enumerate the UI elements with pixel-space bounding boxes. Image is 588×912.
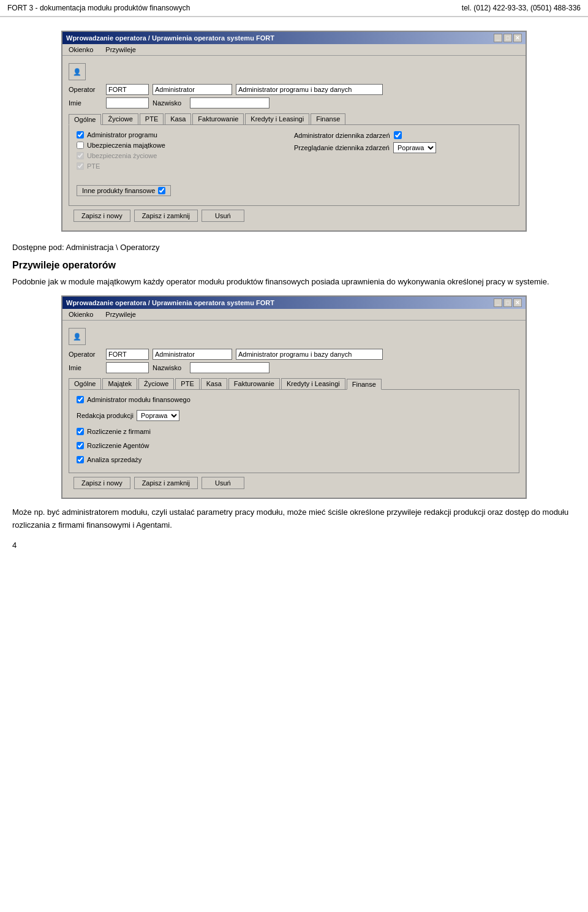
- d2-check-redakcja: Redakcja produkcji Poprawa Odczyt Brak: [77, 410, 511, 421]
- operator-input[interactable]: [106, 84, 149, 95]
- inne-produkty-check[interactable]: [158, 187, 165, 194]
- dialog2-title: Wprowadzanie operatora / Uprawnienia ope…: [66, 299, 274, 306]
- menu-przywileje[interactable]: Przywileje: [103, 45, 138, 54]
- d2-admin-prog-baz-input[interactable]: [236, 349, 383, 360]
- menu-okienko[interactable]: Okienko: [66, 45, 96, 54]
- check-inne: Inne produkty finansowe: [77, 185, 511, 196]
- check-admin-prog-input[interactable]: [77, 131, 84, 139]
- d2-check-rozl-firm: Rozliczenie z firmami: [77, 428, 511, 435]
- btn-zapisz-nowy[interactable]: Zapisz i nowy: [74, 210, 130, 222]
- d2-tab-ogolne[interactable]: Ogólne: [69, 378, 101, 389]
- imie-input[interactable]: [106, 97, 149, 108]
- body-text1: Dostępne pod: Administracja \ Operatorzy: [12, 241, 576, 254]
- d2-operator-row: Operator: [69, 349, 519, 360]
- tab-content-ogolne: Administrator programu Ubezpieczenia maj…: [69, 125, 519, 206]
- d2-tab-pte[interactable]: PTE: [175, 378, 199, 389]
- right-checks: Administrator dziennika zdarzeń Przegląd…: [294, 131, 511, 173]
- check-ubezp-zyc-input[interactable]: [77, 152, 84, 159]
- imie-row: Imie Nazwisko: [69, 97, 519, 108]
- d2-check-rozl-agent-input[interactable]: [77, 442, 84, 449]
- d2-close-button[interactable]: ✕: [513, 298, 522, 307]
- minimize-button[interactable]: _: [494, 34, 502, 42]
- d2-btn-zapisz-nowy[interactable]: Zapisz i nowy: [74, 477, 130, 489]
- page-title: FORT 3 - dokumentacja modułu produktów f…: [7, 4, 190, 12]
- d2-check-rozl-firm-input[interactable]: [77, 428, 84, 435]
- operator-name-input[interactable]: [153, 84, 232, 95]
- d2-check-admin-fin-input[interactable]: [77, 396, 84, 403]
- d2-tab-kredyty[interactable]: Kredyty i Leasingi: [281, 378, 345, 389]
- d2-menu-okienko[interactable]: Okienko: [66, 310, 96, 319]
- d2-check-analiza-label: Analiza sprzedaży: [87, 456, 141, 463]
- d2-tab-majtek[interactable]: Majątek: [102, 378, 137, 389]
- d2-redakcja-select[interactable]: Poprawa Odczyt Brak: [137, 410, 179, 421]
- d2-check-redakcja-label: Redakcja produkcji: [77, 412, 134, 419]
- nazwisko-label: Nazwisko: [153, 99, 186, 107]
- tab-kasa[interactable]: Kasa: [165, 113, 191, 124]
- tab-fakturowanie[interactable]: Fakturowanie: [192, 113, 244, 124]
- d2-check-admin-fin: Administrator modułu finansowego: [77, 396, 511, 403]
- check-ubezp-zyc: Ubezpieczenia życiowe: [77, 152, 294, 159]
- close-button[interactable]: ✕: [513, 34, 522, 42]
- tab-ogolne[interactable]: Ogólne: [69, 114, 101, 125]
- d2-operator-label: Operator: [69, 351, 102, 358]
- d2-tab-zyciowe[interactable]: Życiowe: [138, 378, 174, 389]
- d2-check-analiza: Analiza sprzedaży: [77, 456, 511, 463]
- d2-tab-fakturowanie[interactable]: Fakturowanie: [228, 378, 280, 389]
- d2-nazwisko-input[interactable]: [190, 362, 270, 373]
- dialog2-body: 👤 Operator Imie Nazwisko Ogólne Majątek: [62, 321, 526, 498]
- check-ubezp-maj: Ubezpieczenia majątkowe: [77, 142, 294, 149]
- dialog1-title: Wprowadzanie operatora / Uprawnienia ope…: [66, 34, 274, 42]
- d2-menu-przywileje[interactable]: Przywileje: [103, 310, 138, 319]
- d2-tab-bar: Ogólne Majątek Życiowe PTE Kasa Fakturow…: [69, 378, 519, 390]
- d2-btn-zapisz-zamknij[interactable]: Zapisz i zamknij: [134, 477, 198, 489]
- d2-check-admin-fin-label: Administrator modułu finansowego: [87, 396, 190, 403]
- check-pte-input[interactable]: [77, 162, 84, 170]
- przegladanie-row: Przeglądanie dziennika zdarzeń Poprawa O…: [294, 142, 511, 153]
- admin-dziennika-check[interactable]: [394, 131, 402, 139]
- d2-checks: Administrator modułu finansowego Redakcj…: [77, 396, 511, 466]
- d2-tab-kasa[interactable]: Kasa: [201, 378, 227, 389]
- dialog1-footer: Zapisz i nowy Zapisz i zamknij Usuń: [69, 206, 519, 226]
- person-icon: 👤: [73, 68, 81, 76]
- d2-maximize-button[interactable]: □: [503, 298, 512, 307]
- d2-btn-usun[interactable]: Usuń: [202, 477, 244, 489]
- footer-para: Może np. być administratorem modułu, czy…: [12, 506, 576, 532]
- d2-operator-name-input[interactable]: [153, 349, 232, 360]
- przegladanie-label: Przeglądanie dziennika zdarzeń: [294, 144, 390, 151]
- tab-finanse[interactable]: Finanse: [311, 113, 345, 124]
- d2-minimize-button[interactable]: _: [494, 298, 502, 307]
- dialog1: Wprowadzanie operatora / Uprawnienia ope…: [61, 31, 527, 232]
- toolbar-person-icon[interactable]: 👤: [69, 63, 86, 80]
- d2-nazwisko-label: Nazwisko: [153, 364, 186, 371]
- tab-pte[interactable]: PTE: [140, 113, 164, 124]
- tab-bar: Ogólne Życiowe PTE Kasa Fakturowanie Kre…: [69, 113, 519, 125]
- check-admin-prog-label: Administrator programu: [87, 131, 157, 139]
- btn-zapisz-zamknij[interactable]: Zapisz i zamknij: [134, 210, 198, 222]
- inne-btn-area: Inne produkty finansowe: [77, 185, 171, 196]
- d2-check-rozl-firm-label: Rozliczenie z firmami: [87, 428, 151, 435]
- check-ubezp-maj-input[interactable]: [77, 142, 84, 149]
- page-content: Wprowadzanie operatora / Uprawnienia ope…: [0, 17, 588, 562]
- tab-zyciowe[interactable]: Życiowe: [102, 113, 138, 124]
- section-para: Podobnie jak w module majątkowym każdy o…: [12, 276, 576, 289]
- page-number: 4: [12, 541, 576, 550]
- d2-check-rozl-agent-label: Rozliczenie Agentów: [87, 442, 149, 449]
- maximize-button[interactable]: □: [503, 34, 512, 42]
- operator-row: Operator: [69, 84, 519, 95]
- d2-operator-input[interactable]: [106, 349, 149, 360]
- btn-usun[interactable]: Usuń: [202, 210, 244, 222]
- page-header: FORT 3 - dokumentacja modułu produktów f…: [0, 0, 588, 17]
- check-admin-prog: Administrator programu: [77, 131, 294, 139]
- dialog2-menubar: Okienko Przywileje: [62, 309, 526, 321]
- admin-prog-baz-input[interactable]: [236, 84, 383, 95]
- titlebar-buttons: _ □ ✕: [494, 34, 522, 42]
- d2-check-analiza-input[interactable]: [77, 456, 84, 463]
- d2-imie-input[interactable]: [106, 362, 149, 373]
- tab-kredyty[interactable]: Kredyty i Leasingi: [245, 113, 309, 124]
- d2-tab-finanse[interactable]: Finanse: [347, 379, 382, 390]
- d2-toolbar-person-icon[interactable]: 👤: [69, 328, 86, 345]
- przegladanie-select[interactable]: Poprawa Odczyt Brak: [393, 142, 436, 153]
- contact-info: tel. (012) 422-93-33, (0501) 488-336: [462, 4, 581, 12]
- nazwisko-input[interactable]: [190, 97, 270, 108]
- dialog1-body: 👤 Operator Imie Nazwisko Ogólne Życiowe: [62, 56, 526, 230]
